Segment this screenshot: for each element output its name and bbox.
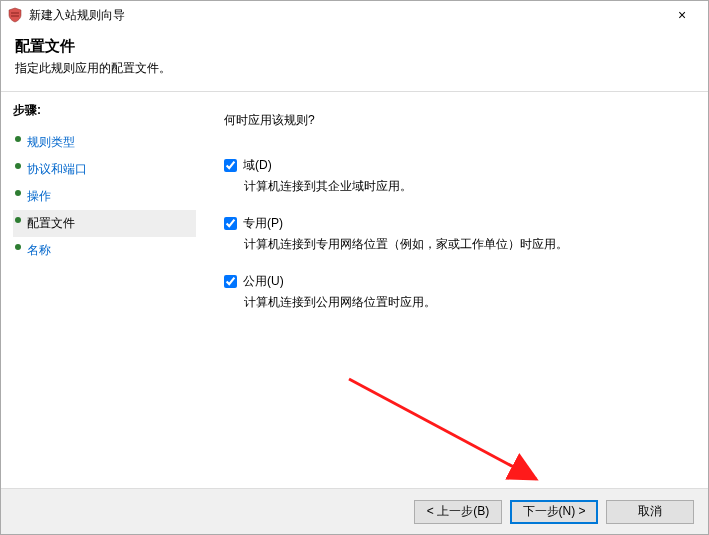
steps-list: 规则类型 协议和端口 操作 配置文件 名称: [13, 129, 196, 264]
close-button[interactable]: ×: [662, 1, 702, 29]
page-title: 配置文件: [15, 37, 694, 56]
checkbox-private[interactable]: [224, 217, 237, 230]
option-domain: 域(D) 计算机连接到其企业域时应用。: [224, 157, 688, 195]
firewall-icon: [7, 7, 23, 23]
svg-rect-1: [11, 15, 19, 17]
label-domain: 域(D): [243, 157, 272, 174]
desc-private: 计算机连接到专用网络位置（例如，家或工作单位）时应用。: [244, 236, 688, 253]
checkbox-public[interactable]: [224, 275, 237, 288]
desc-domain: 计算机连接到其企业域时应用。: [244, 178, 688, 195]
steps-sidebar: 步骤: 规则类型 协议和端口 操作 配置文件 名称: [1, 92, 196, 486]
step-rule-type[interactable]: 规则类型: [13, 129, 196, 156]
back-button[interactable]: < 上一步(B): [414, 500, 502, 524]
steps-heading: 步骤:: [13, 102, 196, 119]
page-subtitle: 指定此规则应用的配置文件。: [15, 60, 694, 77]
label-public: 公用(U): [243, 273, 284, 290]
next-button[interactable]: 下一步(N) >: [510, 500, 598, 524]
step-name[interactable]: 名称: [13, 237, 196, 264]
step-protocol-ports[interactable]: 协议和端口: [13, 156, 196, 183]
prompt-text: 何时应用该规则?: [224, 112, 688, 129]
cancel-button[interactable]: 取消: [606, 500, 694, 524]
wizard-footer: < 上一步(B) 下一步(N) > 取消: [1, 488, 708, 534]
main-panel: 何时应用该规则? 域(D) 计算机连接到其企业域时应用。 专用(P) 计算机连接…: [196, 92, 708, 486]
titlebar: 新建入站规则向导 ×: [1, 1, 708, 29]
step-profile[interactable]: 配置文件: [13, 210, 196, 237]
desc-public: 计算机连接到公用网络位置时应用。: [244, 294, 688, 311]
wizard-header: 配置文件 指定此规则应用的配置文件。: [1, 29, 708, 91]
label-private: 专用(P): [243, 215, 283, 232]
svg-rect-0: [11, 12, 19, 14]
window-title: 新建入站规则向导: [29, 7, 662, 24]
option-public: 公用(U) 计算机连接到公用网络位置时应用。: [224, 273, 688, 311]
step-action[interactable]: 操作: [13, 183, 196, 210]
checkbox-domain[interactable]: [224, 159, 237, 172]
option-private: 专用(P) 计算机连接到专用网络位置（例如，家或工作单位）时应用。: [224, 215, 688, 253]
